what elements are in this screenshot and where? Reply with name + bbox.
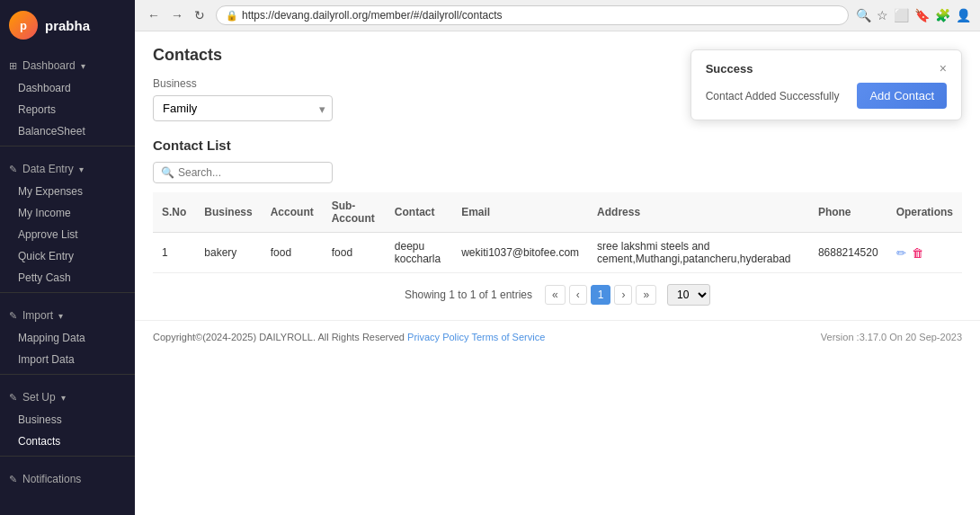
sidebar-item-reports[interactable]: Reports [0, 99, 135, 120]
back-button[interactable]: ← [144, 6, 164, 24]
page-footer: Copyright©(2024-2025) DAILYROLL. All Rig… [135, 320, 980, 353]
page-1-button[interactable]: 1 [591, 285, 611, 305]
sidebar-section-label-import: Import [22, 309, 53, 322]
sidebar-section-label-dashboard: Dashboard [22, 59, 76, 72]
search-icon: 🔍 [161, 166, 174, 179]
delete-button[interactable]: 🗑 [912, 246, 923, 260]
sidebar-item-label: Mapping Data [18, 332, 85, 344]
logo-avatar: p [9, 11, 38, 40]
cell-subaccount: food [323, 233, 386, 273]
toast-title: Success [706, 62, 753, 75]
sidebar-section-label-setup: Set Up [22, 391, 56, 404]
extensions-icon[interactable]: 🧩 [935, 8, 950, 22]
sidebar-logo[interactable]: p prabha [0, 0, 135, 50]
pagination-info: Showing 1 to 1 of 1 entries [405, 289, 532, 301]
footer-terms-link[interactable]: Terms of Service [471, 332, 545, 342]
business-select-wrapper: Family ▾ [153, 95, 333, 121]
browser-bar: ← → ↻ 🔒 https://devang.dailyroll.org/mem… [135, 0, 980, 31]
col-contact: Contact [386, 192, 452, 233]
sidebar-section-label-notifications: Notifications [22, 473, 81, 485]
sidebar-section-header-dashboard[interactable]: ⊞ Dashboard ▾ [0, 54, 135, 77]
sidebar-item-dashboard[interactable]: Dashboard [0, 77, 135, 99]
sidebar-section-label-data-entry: Data Entry [22, 163, 74, 175]
business-select[interactable]: Family [153, 95, 333, 121]
sidebar-item-quick-entry[interactable]: Quick Entry [0, 245, 135, 267]
sidebar-item-my-income[interactable]: My Income [0, 202, 135, 224]
sidebar-item-label: My Expenses [18, 185, 83, 198]
search-box[interactable]: 🔍 [153, 162, 333, 183]
window-icon[interactable]: ⬜ [894, 8, 909, 22]
chevron-down-icon: ▾ [81, 61, 85, 71]
sidebar-section-header-import[interactable]: ✎ Import ▾ [0, 304, 135, 327]
last-page-button[interactable]: » [636, 285, 656, 305]
reload-button[interactable]: ↻ [191, 6, 209, 24]
sidebar-item-petty-cash[interactable]: Petty Cash [0, 267, 135, 289]
bookmark-icon[interactable]: 🔖 [914, 8, 930, 22]
grid-icon: ⊞ [9, 60, 17, 72]
sidebar-item-label: Business [18, 413, 62, 426]
cell-email: wekiti1037@bitofee.com [452, 233, 588, 273]
toast-header: Success × [706, 61, 947, 75]
footer-privacy-link[interactable]: Privacy Policy [407, 332, 468, 342]
sidebar-section-header-setup[interactable]: ✎ Set Up ▾ [0, 386, 135, 409]
chevron-down-icon-setup: ▾ [61, 393, 66, 403]
toast-message: Contact Added Successfully [706, 90, 840, 102]
profile-icon[interactable]: 👤 [956, 8, 971, 22]
per-page-select[interactable]: 10 [667, 284, 710, 306]
sidebar: p prabha ⊞ Dashboard ▾ Dashboard Reports… [0, 0, 135, 515]
main-content: ← → ↻ 🔒 https://devang.dailyroll.org/mem… [135, 0, 980, 515]
sidebar-item-contacts[interactable]: Contacts [0, 431, 135, 452]
contact-table: S.No Business Account Sub-Account Contac… [153, 192, 962, 273]
prev-page-button[interactable]: ‹ [569, 285, 587, 305]
sidebar-item-balancesheet[interactable]: BalanceSheet [0, 120, 135, 142]
cell-address: sree lakshmi steels and cement,Muthangi,… [588, 233, 809, 273]
col-operations: Operations [887, 192, 962, 233]
first-page-button[interactable]: « [545, 285, 566, 305]
zoom-icon[interactable]: 🔍 [856, 8, 871, 22]
sidebar-item-label: Contacts [18, 435, 60, 448]
sidebar-section-dashboard: ⊞ Dashboard ▾ Dashboard Reports BalanceS… [0, 50, 135, 154]
logo-name: prabha [45, 18, 90, 33]
cell-sno: 1 [153, 233, 195, 273]
sidebar-item-label: Quick Entry [18, 250, 74, 262]
sidebar-item-label: BalanceSheet [18, 125, 85, 138]
sidebar-section-header-notifications[interactable]: ✎ Notifications [0, 467, 135, 491]
contact-list-section: Contact List 🔍 S.No Business Account Sub… [153, 138, 962, 306]
search-input[interactable] [178, 166, 325, 179]
page-content: Success × Contact Added Successfully Add… [135, 31, 980, 320]
cell-operations: ✏ 🗑 [887, 233, 962, 273]
col-subaccount: Sub-Account [323, 192, 386, 233]
sidebar-item-my-expenses[interactable]: My Expenses [0, 181, 135, 202]
url-text: https://devang.dailyroll.org/member/#/da… [242, 9, 502, 22]
sidebar-item-label: My Income [18, 207, 71, 219]
notifications-icon: ✎ [9, 474, 17, 485]
toast-close-button[interactable]: × [940, 61, 947, 75]
col-business: Business [195, 192, 261, 233]
star-icon[interactable]: ☆ [877, 8, 888, 22]
sidebar-section-data-entry: ✎ Data Entry ▾ My Expenses My Income App… [0, 154, 135, 300]
sidebar-item-approve-list[interactable]: Approve List [0, 224, 135, 245]
col-account: Account [262, 192, 323, 233]
sidebar-item-label: Petty Cash [18, 271, 71, 284]
sidebar-item-label: Reports [18, 103, 56, 116]
sidebar-section-import: ✎ Import ▾ Mapping Data Import Data [0, 300, 135, 382]
col-address: Address [588, 192, 809, 233]
sidebar-section-header-data-entry[interactable]: ✎ Data Entry ▾ [0, 157, 135, 181]
edit-icon: ✎ [9, 164, 17, 175]
footer-version: Version :3.17.0 On 20 Sep-2023 [821, 332, 962, 342]
sidebar-item-mapping-data[interactable]: Mapping Data [0, 327, 135, 349]
browser-actions: 🔍 ☆ ⬜ 🔖 🧩 👤 [856, 8, 971, 22]
add-contact-button[interactable]: Add Contact [857, 83, 947, 109]
contact-list-title: Contact List [153, 138, 962, 153]
footer-text: Copyright©(2024-2025) DAILYROLL. All Rig… [153, 332, 545, 342]
forward-button[interactable]: → [167, 6, 187, 24]
table-header: S.No Business Account Sub-Account Contac… [153, 192, 962, 233]
setup-icon: ✎ [9, 392, 17, 404]
next-page-button[interactable]: › [614, 285, 632, 305]
sidebar-section-setup: ✎ Set Up ▾ Business Contacts [0, 382, 135, 464]
sidebar-item-import-data[interactable]: Import Data [0, 349, 135, 370]
url-bar[interactable]: 🔒 https://devang.dailyroll.org/member/#/… [216, 5, 849, 25]
edit-button[interactable]: ✏ [896, 246, 906, 260]
sidebar-item-business[interactable]: Business [0, 409, 135, 431]
table-row: 1 bakery food food deepu koccharla wekit… [153, 233, 962, 273]
